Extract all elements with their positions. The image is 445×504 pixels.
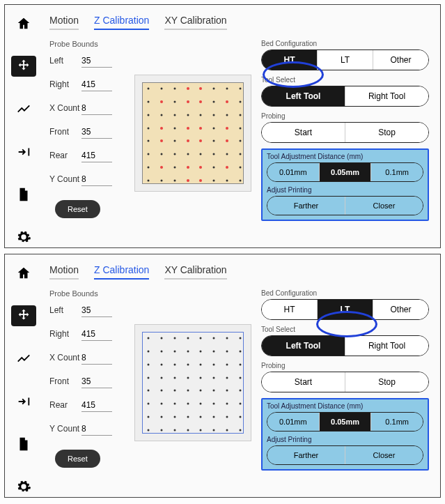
field-value[interactable]: 8 — [81, 422, 112, 436]
adjust-001[interactable]: 0.01mm — [267, 163, 320, 181]
nav-file-icon[interactable] — [11, 434, 36, 454]
adjust-001[interactable]: 0.01mm — [267, 413, 320, 431]
adjust-dist-group: 0.01mm 0.05mm 0.1mm — [267, 412, 423, 432]
tab-motion[interactable]: Motion — [49, 12, 79, 30]
field-value[interactable]: 415 — [81, 328, 112, 341]
field-value[interactable]: 8 — [81, 102, 112, 115]
field-value[interactable]: 35 — [81, 125, 112, 139]
adjust-01[interactable]: 0.1mm — [371, 163, 423, 181]
tool-left[interactable]: Left Tool — [262, 86, 345, 106]
probe-point — [173, 416, 175, 418]
field-value[interactable]: 35 — [81, 304, 112, 317]
zcal-panel-0: Motion Z Calibration XY Calibration Prob… — [4, 4, 441, 248]
field-value[interactable]: 8 — [81, 173, 112, 186]
adjust-print-title: Adjust Printing — [267, 436, 423, 443]
probe-point — [213, 167, 215, 169]
adjust-highlight: Tool Adjustment Distance (mm) 0.01mm 0.0… — [261, 148, 429, 221]
field-value[interactable]: 8 — [81, 351, 112, 365]
nav-chart-icon[interactable] — [11, 349, 36, 369]
adjust-highlight: Tool Adjustment Distance (mm) 0.01mm 0.0… — [261, 398, 429, 471]
adjust-01[interactable]: 0.1mm — [371, 413, 423, 431]
field-label: Right — [49, 79, 81, 89]
field-x-count: X Count 8 — [49, 349, 125, 366]
tab-xycal[interactable]: XY Calibration — [164, 12, 226, 30]
nav-home-icon[interactable] — [11, 13, 36, 33]
probing-stop[interactable]: Stop — [345, 372, 428, 392]
nav-move-icon[interactable] — [11, 305, 36, 326]
probe-point — [213, 416, 215, 418]
reset-button[interactable]: Reset — [55, 200, 100, 218]
field-value[interactable]: 35 — [81, 54, 112, 68]
probe-point — [240, 140, 242, 142]
probe-grid — [134, 75, 251, 192]
field-left: Left 35 — [49, 302, 125, 319]
reset-button[interactable]: Reset — [55, 450, 100, 468]
tab-zcal[interactable]: Z Calibration — [94, 12, 149, 30]
probe-point — [200, 416, 202, 418]
zcal-panel-1: Motion Z Calibration XY Calibration Prob… — [4, 254, 441, 498]
tool-right[interactable]: Right Tool — [345, 86, 428, 106]
probe-point — [187, 100, 189, 103]
field-label: Rear — [49, 151, 81, 160]
nav-move-icon[interactable] — [11, 56, 36, 76]
bed-other[interactable]: Other — [373, 300, 428, 319]
adjust-farther[interactable]: Farther — [267, 446, 345, 464]
probe-point — [187, 403, 189, 405]
nav-chart-icon[interactable] — [11, 99, 36, 119]
field-front: Front 35 — [49, 123, 125, 140]
probing-stop[interactable]: Stop — [345, 123, 428, 142]
field-label: X Count — [49, 103, 81, 113]
probe-point — [199, 139, 202, 142]
probe-point — [213, 403, 215, 405]
adjust-farther[interactable]: Farther — [267, 197, 345, 215]
nav-tab-icon[interactable] — [11, 142, 36, 162]
probe-point — [160, 376, 162, 379]
tab-motion[interactable]: Motion — [49, 261, 79, 280]
field-label: Front — [49, 376, 81, 386]
nav-gear-icon[interactable] — [11, 477, 36, 497]
nav-file-icon[interactable] — [11, 184, 36, 204]
probe-point — [160, 153, 162, 155]
probe-grid — [134, 324, 251, 441]
bed-ht[interactable]: HT — [262, 300, 318, 319]
probing-start[interactable]: Start — [262, 372, 345, 392]
probe-point — [148, 100, 150, 102]
bed-other[interactable]: Other — [373, 50, 428, 70]
bed-lt[interactable]: LT — [318, 50, 373, 70]
field-label: Left — [49, 305, 81, 315]
probe-point — [213, 114, 215, 116]
field-value[interactable]: 415 — [81, 149, 112, 162]
probe-point — [148, 153, 150, 155]
bed-ht[interactable]: HT — [262, 50, 318, 70]
adjust-005[interactable]: 0.05mm — [320, 163, 372, 181]
field-value[interactable]: 35 — [81, 375, 112, 388]
tab-xycal[interactable]: XY Calibration — [164, 261, 226, 280]
tabs: Motion Z Calibration XY Calibration — [49, 12, 429, 30]
nav-gear-icon[interactable] — [11, 227, 36, 247]
probe-point — [200, 390, 202, 392]
nav-tab-icon[interactable] — [11, 391, 36, 411]
probe-point — [160, 114, 162, 116]
probe-point — [200, 363, 202, 365]
probe-point — [187, 114, 189, 116]
bed-lt[interactable]: LT — [318, 300, 373, 319]
probe-point — [173, 88, 175, 90]
probe-point — [173, 350, 175, 352]
probe-point — [148, 88, 150, 90]
tool-left[interactable]: Left Tool — [262, 336, 345, 356]
probe-point — [187, 337, 189, 339]
adjust-005[interactable]: 0.05mm — [320, 413, 372, 431]
tab-zcal[interactable]: Z Calibration — [94, 261, 149, 280]
adjust-closer[interactable]: Closer — [345, 446, 423, 464]
adjust-closer[interactable]: Closer — [345, 197, 423, 215]
nav-home-icon[interactable] — [11, 263, 36, 283]
bed-config-group: HTLTOther — [261, 49, 429, 70]
field-value[interactable]: 415 — [81, 399, 112, 412]
probe-point — [240, 153, 242, 155]
probe-point — [226, 403, 228, 405]
field-value[interactable]: 415 — [81, 78, 112, 91]
tool-right[interactable]: Right Tool — [345, 336, 428, 356]
probing-start[interactable]: Start — [262, 123, 345, 142]
probe-point — [240, 114, 242, 116]
probe-point — [173, 114, 175, 116]
